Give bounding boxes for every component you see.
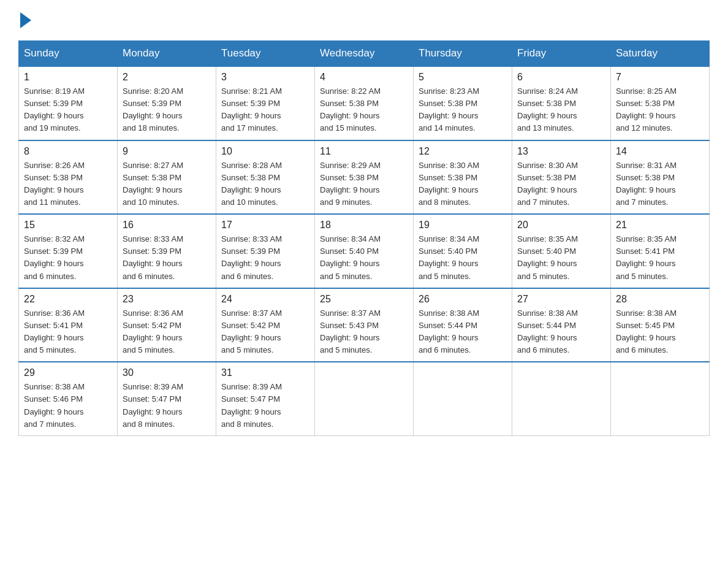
day-info: Sunrise: 8:23 AM Sunset: 5:38 PM Dayligh… (419, 85, 507, 135)
calendar-day-cell: 20 Sunrise: 8:35 AM Sunset: 5:40 PM Dayl… (512, 214, 611, 288)
calendar-day-cell: 5 Sunrise: 8:23 AM Sunset: 5:38 PM Dayli… (414, 66, 512, 140)
weekday-header-cell: Friday (512, 41, 611, 67)
day-number: 13 (517, 146, 605, 157)
calendar-day-cell: 3 Sunrise: 8:21 AM Sunset: 5:39 PM Dayli… (216, 66, 315, 140)
day-info: Sunrise: 8:38 AM Sunset: 5:44 PM Dayligh… (419, 307, 507, 357)
calendar-day-cell: 10 Sunrise: 8:28 AM Sunset: 5:38 PM Dayl… (216, 140, 315, 215)
day-number: 4 (320, 72, 408, 83)
calendar-day-cell (512, 362, 611, 435)
day-number: 23 (123, 294, 211, 305)
day-info: Sunrise: 8:39 AM Sunset: 5:47 PM Dayligh… (123, 381, 211, 431)
calendar-day-cell: 18 Sunrise: 8:34 AM Sunset: 5:40 PM Dayl… (315, 214, 414, 288)
calendar-day-cell (414, 362, 512, 435)
calendar-day-cell: 14 Sunrise: 8:31 AM Sunset: 5:38 PM Dayl… (611, 140, 710, 215)
day-info: Sunrise: 8:33 AM Sunset: 5:39 PM Dayligh… (123, 233, 211, 283)
calendar-day-cell: 8 Sunrise: 8:26 AM Sunset: 5:38 PM Dayli… (19, 140, 118, 215)
calendar-day-cell: 11 Sunrise: 8:29 AM Sunset: 5:38 PM Dayl… (315, 140, 414, 215)
calendar-day-cell: 21 Sunrise: 8:35 AM Sunset: 5:41 PM Dayl… (611, 214, 710, 288)
day-info: Sunrise: 8:21 AM Sunset: 5:39 PM Dayligh… (221, 85, 309, 135)
day-info: Sunrise: 8:38 AM Sunset: 5:44 PM Dayligh… (517, 307, 605, 357)
day-number: 30 (123, 367, 211, 378)
calendar-day-cell: 31 Sunrise: 8:39 AM Sunset: 5:47 PM Dayl… (216, 362, 315, 435)
day-number: 9 (123, 146, 211, 157)
calendar-day-cell: 16 Sunrise: 8:33 AM Sunset: 5:39 PM Dayl… (118, 214, 216, 288)
calendar-day-cell: 19 Sunrise: 8:34 AM Sunset: 5:40 PM Dayl… (414, 214, 512, 288)
day-info: Sunrise: 8:32 AM Sunset: 5:39 PM Dayligh… (24, 233, 112, 283)
day-number: 22 (24, 294, 112, 305)
day-info: Sunrise: 8:36 AM Sunset: 5:41 PM Dayligh… (24, 307, 112, 357)
day-number: 19 (419, 220, 507, 231)
day-info: Sunrise: 8:19 AM Sunset: 5:39 PM Dayligh… (24, 85, 112, 135)
calendar-day-cell: 2 Sunrise: 8:20 AM Sunset: 5:39 PM Dayli… (118, 66, 216, 140)
weekday-header-cell: Wednesday (315, 41, 414, 67)
day-number: 26 (419, 294, 507, 305)
day-info: Sunrise: 8:37 AM Sunset: 5:43 PM Dayligh… (320, 307, 408, 357)
day-number: 31 (221, 367, 309, 378)
calendar-week-row: 1 Sunrise: 8:19 AM Sunset: 5:39 PM Dayli… (19, 66, 710, 140)
day-number: 5 (419, 72, 507, 83)
calendar-day-cell: 17 Sunrise: 8:33 AM Sunset: 5:39 PM Dayl… (216, 214, 315, 288)
day-info: Sunrise: 8:30 AM Sunset: 5:38 PM Dayligh… (419, 159, 507, 209)
calendar-day-cell: 24 Sunrise: 8:37 AM Sunset: 5:42 PM Dayl… (216, 288, 315, 362)
day-number: 12 (419, 146, 507, 157)
day-number: 3 (221, 72, 309, 83)
day-info: Sunrise: 8:29 AM Sunset: 5:38 PM Dayligh… (320, 159, 408, 209)
day-number: 20 (517, 220, 605, 231)
day-number: 16 (123, 220, 211, 231)
day-number: 1 (24, 72, 112, 83)
calendar-week-row: 8 Sunrise: 8:26 AM Sunset: 5:38 PM Dayli… (19, 140, 710, 215)
day-info: Sunrise: 8:20 AM Sunset: 5:39 PM Dayligh… (123, 85, 211, 135)
day-info: Sunrise: 8:26 AM Sunset: 5:38 PM Dayligh… (24, 159, 112, 209)
day-info: Sunrise: 8:34 AM Sunset: 5:40 PM Dayligh… (419, 233, 507, 283)
day-info: Sunrise: 8:24 AM Sunset: 5:38 PM Dayligh… (517, 85, 605, 135)
calendar-body: 1 Sunrise: 8:19 AM Sunset: 5:39 PM Dayli… (19, 66, 710, 435)
day-info: Sunrise: 8:34 AM Sunset: 5:40 PM Dayligh… (320, 233, 408, 283)
day-number: 28 (616, 294, 704, 305)
calendar-day-cell: 25 Sunrise: 8:37 AM Sunset: 5:43 PM Dayl… (315, 288, 414, 362)
day-number: 14 (616, 146, 704, 157)
calendar-day-cell (611, 362, 710, 435)
calendar-day-cell: 9 Sunrise: 8:27 AM Sunset: 5:38 PM Dayli… (118, 140, 216, 215)
day-info: Sunrise: 8:39 AM Sunset: 5:47 PM Dayligh… (221, 381, 309, 431)
calendar-day-cell: 22 Sunrise: 8:36 AM Sunset: 5:41 PM Dayl… (19, 288, 118, 362)
day-number: 17 (221, 220, 309, 231)
weekday-header-cell: Saturday (611, 41, 710, 67)
calendar-day-cell: 27 Sunrise: 8:38 AM Sunset: 5:44 PM Dayl… (512, 288, 611, 362)
day-number: 29 (24, 367, 112, 378)
calendar-week-row: 22 Sunrise: 8:36 AM Sunset: 5:41 PM Dayl… (19, 288, 710, 362)
day-info: Sunrise: 8:28 AM Sunset: 5:38 PM Dayligh… (221, 159, 309, 209)
day-number: 10 (221, 146, 309, 157)
calendar-day-cell: 28 Sunrise: 8:38 AM Sunset: 5:45 PM Dayl… (611, 288, 710, 362)
weekday-header-cell: Sunday (19, 41, 118, 67)
weekday-header-cell: Monday (118, 41, 216, 67)
calendar-day-cell: 30 Sunrise: 8:39 AM Sunset: 5:47 PM Dayl… (118, 362, 216, 435)
day-info: Sunrise: 8:27 AM Sunset: 5:38 PM Dayligh… (123, 159, 211, 209)
day-number: 2 (123, 72, 211, 83)
day-info: Sunrise: 8:30 AM Sunset: 5:38 PM Dayligh… (517, 159, 605, 209)
day-info: Sunrise: 8:31 AM Sunset: 5:38 PM Dayligh… (616, 159, 704, 209)
calendar-day-cell: 23 Sunrise: 8:36 AM Sunset: 5:42 PM Dayl… (118, 288, 216, 362)
day-number: 15 (24, 220, 112, 231)
day-number: 27 (517, 294, 605, 305)
day-number: 25 (320, 294, 408, 305)
weekday-header-cell: Tuesday (216, 41, 315, 67)
day-number: 8 (24, 146, 112, 157)
day-number: 18 (320, 220, 408, 231)
calendar-day-cell: 4 Sunrise: 8:22 AM Sunset: 5:38 PM Dayli… (315, 66, 414, 140)
day-info: Sunrise: 8:36 AM Sunset: 5:42 PM Dayligh… (123, 307, 211, 357)
calendar-day-cell: 13 Sunrise: 8:30 AM Sunset: 5:38 PM Dayl… (512, 140, 611, 215)
day-info: Sunrise: 8:35 AM Sunset: 5:41 PM Dayligh… (616, 233, 704, 283)
day-info: Sunrise: 8:35 AM Sunset: 5:40 PM Dayligh… (517, 233, 605, 283)
calendar-day-cell: 29 Sunrise: 8:38 AM Sunset: 5:46 PM Dayl… (19, 362, 118, 435)
day-info: Sunrise: 8:38 AM Sunset: 5:46 PM Dayligh… (24, 381, 112, 431)
day-number: 7 (616, 72, 704, 83)
calendar-day-cell: 6 Sunrise: 8:24 AM Sunset: 5:38 PM Dayli… (512, 66, 611, 140)
day-info: Sunrise: 8:33 AM Sunset: 5:39 PM Dayligh… (221, 233, 309, 283)
calendar-week-row: 15 Sunrise: 8:32 AM Sunset: 5:39 PM Dayl… (19, 214, 710, 288)
logo-arrow-icon (20, 12, 31, 28)
calendar-day-cell: 1 Sunrise: 8:19 AM Sunset: 5:39 PM Dayli… (19, 66, 118, 140)
weekday-header-row: SundayMondayTuesdayWednesdayThursdayFrid… (19, 41, 710, 67)
day-info: Sunrise: 8:22 AM Sunset: 5:38 PM Dayligh… (320, 85, 408, 135)
calendar-table: SundayMondayTuesdayWednesdayThursdayFrid… (18, 40, 710, 436)
day-info: Sunrise: 8:25 AM Sunset: 5:38 PM Dayligh… (616, 85, 704, 135)
